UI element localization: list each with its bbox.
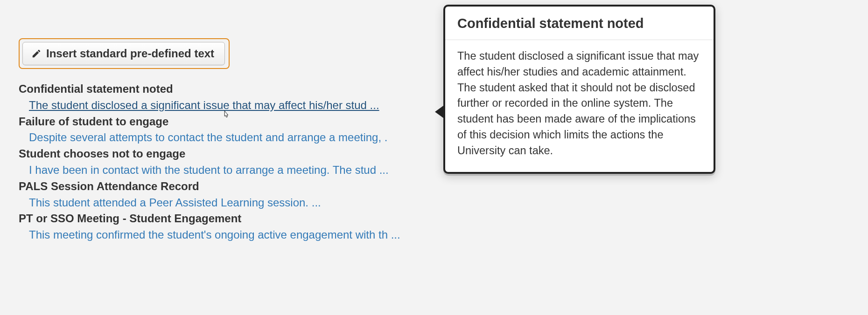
list-item-preview[interactable]: I have been in contact with the student … [29, 162, 389, 178]
list-item-title: PALS Session Attendance Record [19, 178, 439, 195]
insert-button-highlight: Insert standard pre-defined text [19, 38, 230, 69]
insert-standard-text-button[interactable]: Insert standard pre-defined text [22, 42, 225, 65]
main-panel: Insert standard pre-defined text Confide… [19, 38, 439, 243]
list-item-title: Student chooses not to engage [19, 146, 439, 162]
tooltip-title: Confidential statement noted [445, 7, 714, 40]
list-item-title: PT or SSO Meeting - Student Engagement [19, 211, 439, 227]
edit-icon [31, 48, 42, 59]
predefined-text-list: Confidential statement notedThe student … [19, 81, 439, 243]
tooltip-body: The student disclosed a significant issu… [445, 40, 714, 172]
insert-button-label: Insert standard pre-defined text [46, 47, 214, 60]
list-item-preview[interactable]: The student disclosed a significant issu… [29, 97, 379, 114]
list-item-title: Confidential statement noted [19, 81, 439, 97]
list-item-preview[interactable]: This student attended a Peer Assisted Le… [29, 195, 321, 211]
list-item-preview[interactable]: This meeting confirmed the student's ong… [29, 227, 400, 243]
list-item-preview[interactable]: Despite several attempts to contact the … [29, 130, 387, 146]
list-item-title: Failure of student to engage [19, 114, 439, 130]
preview-tooltip: Confidential statement noted The student… [443, 5, 715, 174]
